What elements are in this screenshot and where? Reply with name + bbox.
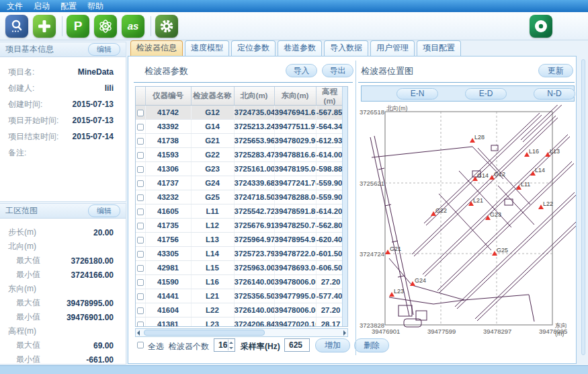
table-cell: 39478288.00 [274,190,316,204]
table-horizontal-scrollbar[interactable] [135,328,348,337]
table-cell: 39478816.65 [274,148,316,162]
atom-icon[interactable] [94,15,117,38]
table-row[interactable]: 43392G143725213.2439477511.97-564.34 [136,120,343,134]
stepper-arrows[interactable] [228,340,234,350]
table-cell: -559.90 [316,190,343,204]
gear-icon[interactable] [155,15,178,38]
table-row[interactable]: 41593G223725283.4739478816.65-614.00 [136,148,343,162]
view-button-E-D[interactable]: E-D [465,88,507,100]
table-cell: 3725542.72 [234,204,274,219]
table-header-row: 仪器编号检波器名称北向(m)东向(m)高程(m) [136,87,343,106]
menu-item-1[interactable]: 文件 [7,1,23,12]
y-tick-label: 3726518 [360,108,383,116]
as-icon[interactable]: as [122,15,144,38]
row-checkbox[interactable] [137,307,144,314]
p-icon[interactable]: P [67,15,89,38]
table-row[interactable]: 41737G243724339.6839477241.70-559.90 [136,176,343,190]
row-checkbox[interactable] [137,322,144,327]
row-checkbox[interactable] [137,152,144,159]
menu-item-2[interactable]: 启动 [34,1,50,12]
tab-项目配置[interactable]: 项目配置 [417,40,461,56]
table-cell: 39478029.90 [274,134,316,148]
table-row[interactable]: 41441L213725356.5039477995.00-577.40 [136,289,343,303]
row-checkbox[interactable] [137,223,144,229]
select-all-checkbox[interactable] [137,342,144,348]
workarea-field: 最小值39476901.00 [0,310,126,324]
table-cell: 42981 [145,261,191,275]
field-label: 最大值 [8,297,40,309]
table-row[interactable]: 41306G233725161.0039478195.00-598.88 [136,162,343,176]
table-cell: -577.40 [316,289,343,303]
table-row[interactable]: 41735L123725676.9139478250.74-562.80 [136,219,343,233]
row-checkbox-cell [136,247,145,261]
import-button[interactable]: 导入 [286,64,317,77]
tab-速度模型[interactable]: 速度模型 [185,40,229,56]
table-cell: L15 [191,261,234,275]
table-cell: 39478954.91 [274,233,316,247]
export-button[interactable]: 导出 [322,64,353,77]
project-edit-button[interactable]: 编辑 [88,43,120,56]
table-cell: -601.50 [316,247,343,261]
table-row[interactable]: 41738G213725653.9639478029.90-612.93 [136,134,343,148]
row-checkbox[interactable] [137,251,144,258]
view-button-N-D[interactable]: N-D [534,88,575,100]
update-button[interactable]: 更新 [538,64,573,77]
table-row[interactable]: 43305L143725723.7939478722.00-601.50 [136,247,343,261]
row-checkbox[interactable] [137,124,144,130]
row-checkbox[interactable] [137,110,144,116]
table-row[interactable]: 41742G123724735.0439476941.61-567.85 [136,106,343,120]
row-checkbox[interactable] [137,194,144,201]
row-checkbox[interactable] [137,237,144,244]
scroll-left-arrow-icon[interactable] [137,330,140,336]
table-row[interactable]: 41604L223726140.0039478006.0027.20 [136,303,343,317]
add-button[interactable]: 增加 [315,338,350,352]
table-row[interactable]: 41590L163726140.0039478006.0027.20 [136,275,343,289]
tab-定位参数[interactable]: 定位参数 [231,40,276,56]
field-label: 创建时间: [8,99,42,110]
view-button-E-N[interactable]: E-N [396,88,438,100]
field-label: 最小值 [8,311,40,323]
table-vertical-scrollbar[interactable] [342,87,347,326]
search-icon[interactable] [5,15,28,38]
table-cell: 3725283.47 [234,148,274,162]
x-tick-label: 39477599 [427,328,456,335]
workarea-edit-button[interactable]: 编辑 [88,204,120,217]
delete-button[interactable]: 删除 [354,338,389,352]
workarea-field: 步长(m)20.00 [0,225,126,239]
tab-检波器信息[interactable]: 检波器信息 [130,40,183,56]
table-row[interactable]: 41381L233724206.8439477020.1028.17 [136,317,343,328]
scroll-right-arrow-icon[interactable] [343,330,346,336]
detector-position-map[interactable]: 北向(m) 东向(m) 3947690139477599394782973947… [360,105,576,338]
table-row[interactable]: 41756L133725964.9739478954.91-620.40 [136,233,343,247]
row-checkbox[interactable] [137,209,144,215]
field-value: 20.00 [93,228,114,237]
table-row[interactable]: 42981L153725963.0039478693.00-606.50 [136,261,343,275]
table-cell: 3725356.50 [234,289,274,303]
scrollbar-thumb[interactable] [144,330,265,336]
row-checkbox-cell [136,289,145,303]
detector-count-stepper[interactable]: 16 [214,338,235,352]
add-icon[interactable] [33,15,56,38]
tab-用户管理[interactable]: 用户管理 [370,40,415,56]
row-checkbox[interactable] [137,293,144,300]
table-cell: L21 [191,289,234,303]
table-row[interactable]: 41605L113725542.7239478591.80-614.20 [136,204,343,219]
menu-item-3[interactable]: 配置 [60,1,77,12]
row-checkbox[interactable] [137,279,144,286]
window-scrollbar[interactable] [581,59,585,355]
table-row[interactable]: 43232G253724718.5039478288.00-559.90 [136,190,343,204]
table-cell: L13 [191,233,234,247]
field-value: 2015-07-14 [73,132,114,141]
row-checkbox[interactable] [137,138,144,145]
tab-导入数据[interactable]: 导入数据 [324,40,368,56]
tab-巷道参数[interactable]: 巷道参数 [278,40,322,56]
header-checkbox-column [136,87,145,106]
menu-item-4[interactable]: 帮助 [87,1,103,12]
table-cell: 39477511.97 [274,120,316,134]
row-checkbox[interactable] [137,180,144,187]
column-header: 仪器编号 [145,87,191,106]
record-icon[interactable] [530,15,552,38]
sample-rate-input[interactable]: 625 [284,338,310,352]
row-checkbox[interactable] [137,166,144,173]
row-checkbox[interactable] [137,265,144,272]
